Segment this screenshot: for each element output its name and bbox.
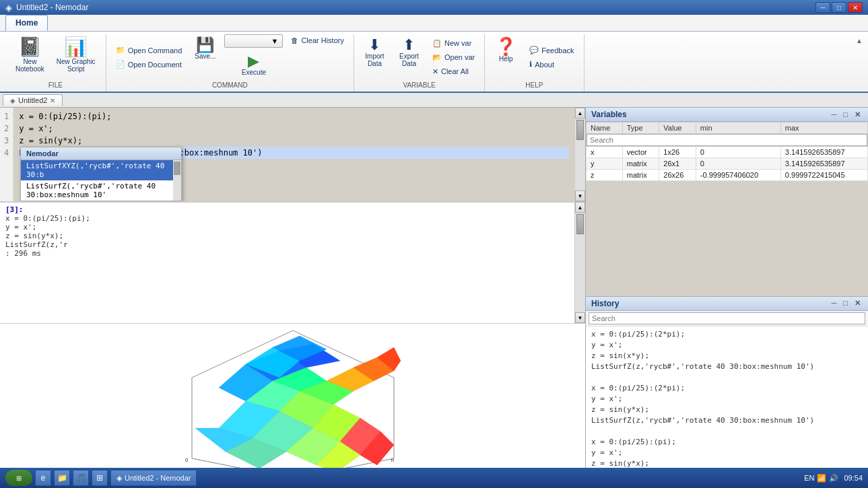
output-line-3: z = sin(y*x); (5, 232, 569, 240)
variables-search-input[interactable] (587, 134, 867, 146)
open-document-button[interactable]: 📄 Open Document (112, 58, 187, 71)
output-scroll-up[interactable]: ▲ (575, 202, 585, 213)
history-close-button[interactable]: ✕ (853, 299, 863, 308)
history-spacer (591, 372, 863, 383)
output-scrollbar[interactable]: ▲ ▼ (574, 202, 585, 323)
trash-icon: 🗑 (291, 36, 298, 44)
close-button[interactable]: ✕ (848, 2, 863, 13)
autocomplete-item-1[interactable]: ListSurfZ(,'rycb#','rotate 40 30:box:mes… (21, 180, 181, 201)
history-line: x = 0:(pi/25):(2*pi); (591, 383, 863, 394)
feedback-icon: 💬 (529, 46, 539, 55)
output-scroll-thumb[interactable] (576, 214, 584, 234)
tab-home[interactable]: Home (5, 15, 48, 31)
app-icon: ◈ (5, 3, 12, 13)
about-button[interactable]: ℹ About (525, 58, 578, 71)
scroll-up-button[interactable]: ▲ (575, 108, 585, 118)
history-line: x = 0:(pi/25):(pi); (591, 437, 863, 448)
help-label: Help (499, 55, 513, 63)
autocomplete-item-0[interactable]: ListSurfXYZ(,'rycb#','rotate 40 30:b (21, 160, 181, 180)
col-min: min (696, 123, 780, 134)
tab-close-button[interactable]: ✕ (50, 97, 55, 104)
restore-button[interactable]: □ (832, 2, 846, 13)
feedback-button[interactable]: 💬 Feedback (525, 44, 578, 57)
history-panel-header: History ─ □ ✕ (586, 297, 868, 311)
autocomplete-list: ListSurfXYZ(,'rycb#','rotate 40 30:b Lis… (21, 160, 181, 201)
new-script-button[interactable]: 📊 New GraphicScript (52, 34, 100, 76)
new-var-button[interactable]: 📋 New var (428, 37, 479, 50)
line-numbers: 1 2 3 4 (0, 108, 13, 201)
code-text-2: y = x'; (19, 123, 53, 135)
import-data-button[interactable]: ⬇ ImportData (360, 34, 390, 71)
save-button[interactable]: 💾 Save... (190, 34, 220, 63)
axis-label-z: π (391, 457, 395, 463)
autocomplete-thumb (174, 162, 180, 175)
history-line: z = sin(y*x); (591, 405, 863, 415)
variables-minimize-button[interactable]: ─ (830, 110, 839, 119)
ribbon-collapse[interactable]: ▲ (856, 34, 863, 92)
new-notebook-button[interactable]: 📓 NewNotebook (11, 34, 49, 76)
variables-panel-buttons: ─ □ ✕ (830, 110, 863, 119)
autocomplete-text-0: ListSurfXYZ(,'rycb#','rotate 40 30:b (26, 162, 164, 179)
dropdown-button[interactable]: ▼ (224, 34, 283, 48)
editor-tab-untitled2[interactable]: ◈ Untitled2 ✕ (3, 94, 63, 106)
taskbar-icon-ie[interactable]: e (35, 470, 51, 486)
autocomplete-popup: Nemodar ListSurfXYZ(,'rycb#','rotate 40 … (20, 147, 182, 201)
taskbar-icon-media[interactable]: 🎵 (73, 470, 89, 486)
start-button[interactable]: ⊞ (5, 470, 32, 486)
history-content: x = 0:(pi/25):(2*pi); y = x'; z = sin(x*… (586, 326, 868, 473)
file-group-label: FILE (48, 80, 63, 89)
help-button[interactable]: ❓ Help (490, 34, 521, 66)
history-line: ListSurfZ(z,'rycb#','rotate 40 30:box:me… (591, 415, 863, 426)
scroll-down-button[interactable]: ▼ (575, 190, 585, 201)
close-icon: ✕ (853, 4, 858, 11)
variables-restore-button[interactable]: □ (841, 110, 850, 119)
history-restore-button[interactable]: □ (841, 299, 850, 308)
win-icon: ⊞ (96, 473, 103, 483)
clear-all-icon: ✕ (432, 67, 438, 76)
col-max: max (780, 123, 867, 134)
output-area: [3]: x = 0:(pi/25):(pi); y = x'; z = sin… (0, 202, 574, 323)
ribbon-group-command: 📁 Open Command 📄 Open Document 💾 Save... (106, 34, 354, 92)
var-actions: 📋 New var 📂 Open var ✕ Clear All (428, 34, 479, 80)
minimize-button[interactable]: ─ (815, 2, 830, 13)
history-minimize-button[interactable]: ─ (830, 299, 839, 308)
explorer-icon: 📁 (57, 473, 67, 483)
folder-icon: 📁 (116, 46, 125, 55)
scroll-track[interactable] (575, 118, 585, 190)
clear-history-button[interactable]: 🗑 Clear History (287, 34, 348, 46)
collapse-icon: ▲ (856, 37, 863, 44)
open-command-button[interactable]: 📁 Open Command (112, 44, 187, 57)
clear-all-button[interactable]: ✕ Clear All (428, 65, 479, 78)
var-type-x: vector (622, 147, 659, 158)
code-line-2: y = x'; (19, 123, 569, 135)
taskbar-app-nemodar[interactable]: ◈ Untitled2 - Nemodar (110, 470, 197, 486)
variables-close-button[interactable]: ✕ (853, 110, 863, 119)
ribbon-content: 📓 NewNotebook 📊 New GraphicScript FILE 📁… (0, 31, 868, 92)
variables-title: Variables (591, 110, 627, 119)
open-document-label: Open Document (128, 61, 182, 69)
taskbar-icon-explorer[interactable]: 📁 (54, 470, 70, 486)
search-row (587, 134, 868, 147)
history-search-input[interactable] (589, 312, 865, 324)
open-var-label: Open var (444, 53, 475, 61)
taskbar-right: EN 📶 🔊 09:54 (804, 474, 863, 483)
export-data-button[interactable]: ⬆ ExportData (394, 34, 424, 71)
scroll-thumb[interactable] (576, 120, 584, 140)
autocomplete-list-wrapper: ListSurfXYZ(,'rycb#','rotate 40 30:b Lis… (21, 160, 181, 201)
output-scroll-down[interactable]: ▼ (575, 312, 585, 323)
history-line: z = sin(x*y); (591, 351, 863, 361)
output-scroll-track[interactable] (575, 213, 585, 312)
code-line-1: x = 0:(pi/25):(pi); (19, 110, 569, 123)
open-var-icon: 📂 (432, 53, 442, 62)
tab-icon: ◈ (10, 97, 15, 104)
new-notebook-icon: 📓 (18, 38, 42, 57)
var-type-y: matrix (622, 158, 659, 170)
execute-button[interactable]: ▶ Execute (237, 50, 271, 79)
editor-row: 1 2 3 4 x = 0:(pi/25):(pi); y = x'; z = … (0, 108, 585, 202)
editor-scrollbar[interactable]: ▲ ▼ (574, 108, 585, 201)
right-panels: Variables ─ □ ✕ Name Type Value min (585, 108, 868, 485)
taskbar-icon-win[interactable]: ⊞ (92, 470, 108, 486)
history-panel: History ─ □ ✕ x = 0:(pi/25):(2*pi); y = … (586, 297, 868, 486)
autocomplete-scrollbar[interactable] (173, 160, 181, 201)
open-var-button[interactable]: 📂 Open var (428, 51, 479, 64)
